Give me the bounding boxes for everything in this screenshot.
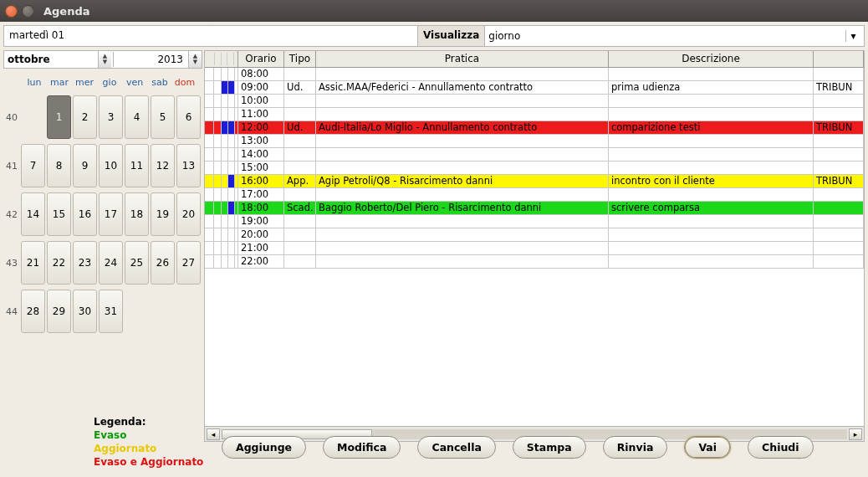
schedule-row[interactable]: 12:00Ud.Audi-Italia/Lo Miglio - Annullam… bbox=[205, 121, 864, 135]
cell-orario: 13:00 bbox=[238, 135, 284, 147]
schedule-row[interactable]: 09:00Ud.Assic.MAA/Federici - Annullament… bbox=[205, 81, 864, 95]
go-button[interactable]: Vai bbox=[684, 436, 731, 459]
cell-pratica bbox=[316, 188, 609, 201]
calendar-day[interactable]: 20 bbox=[176, 192, 201, 236]
schedule-row[interactable]: 08:00 bbox=[205, 68, 864, 81]
scroll-left-icon[interactable]: ◂ bbox=[207, 428, 220, 440]
week-number: 41 bbox=[3, 161, 20, 172]
calendar-day[interactable]: 3 bbox=[99, 95, 123, 139]
cell-orario: 20:00 bbox=[238, 228, 284, 241]
calendar-day[interactable]: 19 bbox=[151, 192, 175, 236]
cell-pratica bbox=[316, 148, 609, 161]
col-pratica[interactable]: Pratica bbox=[316, 51, 609, 67]
calendar-day[interactable]: 6 bbox=[176, 95, 201, 139]
scroll-right-icon[interactable]: ▸ bbox=[849, 428, 862, 440]
calendar-panel: ottobre ▲▼ 2013 ▲▼ lunmarmergiovensabdom… bbox=[3, 50, 202, 442]
year-field[interactable]: 2013 bbox=[113, 52, 186, 67]
add-button[interactable]: Aggiunge bbox=[222, 436, 306, 459]
calendar-day[interactable]: 25 bbox=[125, 241, 149, 285]
row-flags bbox=[205, 242, 238, 254]
calendar-day[interactable]: 16 bbox=[73, 192, 97, 236]
cell-extra bbox=[814, 162, 864, 174]
cell-pratica bbox=[316, 68, 609, 80]
close-button[interactable]: Chiudi bbox=[748, 436, 814, 459]
calendar-day[interactable]: 4 bbox=[125, 95, 149, 139]
schedule-row[interactable]: 16:00App.Agip Petroli/Q8 - Risarcimento … bbox=[205, 175, 864, 188]
schedule-row[interactable]: 14:00 bbox=[205, 148, 864, 162]
legend-evaso-aggiornato: Evaso e Aggiornato bbox=[94, 455, 203, 469]
cell-pratica bbox=[316, 108, 609, 121]
calendar-day[interactable]: 14 bbox=[21, 192, 45, 236]
calendar-day[interactable]: 10 bbox=[99, 144, 123, 187]
calendar-day[interactable]: 21 bbox=[21, 241, 45, 285]
schedule-panel: Orario Tipo Pratica Descrizione 08:0009:… bbox=[204, 50, 865, 442]
schedule-row[interactable]: 10:00 bbox=[205, 95, 864, 108]
window-close-icon[interactable] bbox=[5, 5, 18, 18]
calendar-day[interactable]: 15 bbox=[47, 192, 71, 236]
calendar-day[interactable]: 17 bbox=[99, 192, 123, 236]
calendar-day[interactable]: 2 bbox=[73, 95, 97, 139]
col-extra[interactable] bbox=[814, 51, 864, 67]
dow-label: ven bbox=[122, 77, 147, 88]
schedule-row[interactable]: 17:00 bbox=[205, 188, 864, 202]
schedule-body: 08:0009:00Ud.Assic.MAA/Federici - Annull… bbox=[205, 68, 864, 269]
cell-pratica: Agip Petroli/Q8 - Risarcimento danni bbox=[316, 175, 609, 187]
selected-date-field[interactable]: martedì 01 bbox=[4, 26, 418, 46]
calendar-day[interactable]: 13 bbox=[176, 144, 201, 187]
schedule-row[interactable]: 15:00 bbox=[205, 162, 864, 175]
cell-tipo bbox=[284, 95, 316, 107]
calendar-week-row: 4178910111213 bbox=[3, 141, 202, 190]
schedule-row[interactable]: 18:00Scad.Baggio Roberto/Del Piero - Ris… bbox=[205, 202, 864, 215]
cell-tipo bbox=[284, 148, 316, 161]
window-title: Agenda bbox=[43, 5, 90, 18]
view-select[interactable]: giorno ▾ bbox=[485, 26, 864, 46]
dow-label: sab bbox=[147, 77, 172, 88]
calendar-day[interactable]: 9 bbox=[73, 144, 97, 187]
cell-descrizione bbox=[609, 95, 814, 107]
calendar-day[interactable]: 22 bbox=[47, 241, 71, 285]
col-descrizione[interactable]: Descrizione bbox=[609, 51, 814, 67]
cell-tipo: App. bbox=[284, 175, 316, 187]
schedule-row[interactable]: 13:00 bbox=[205, 135, 864, 148]
schedule-row[interactable]: 21:00 bbox=[205, 242, 864, 255]
cell-orario: 11:00 bbox=[238, 108, 284, 121]
calendar-day[interactable]: 11 bbox=[125, 144, 149, 187]
calendar-day[interactable]: 28 bbox=[21, 290, 45, 333]
row-flags bbox=[205, 255, 238, 268]
calendar-day[interactable]: 24 bbox=[99, 241, 123, 285]
calendar-day[interactable]: 29 bbox=[47, 290, 71, 333]
calendar-day[interactable]: 8 bbox=[47, 144, 71, 187]
cell-extra: TRIBUN bbox=[814, 121, 864, 134]
calendar-day[interactable]: 18 bbox=[125, 192, 149, 236]
schedule-row[interactable]: 19:00 bbox=[205, 215, 864, 228]
calendar-day[interactable]: 1 bbox=[47, 95, 71, 139]
calendar-day[interactable]: 31 bbox=[99, 290, 123, 333]
row-flags bbox=[205, 135, 238, 147]
delete-button[interactable]: Cancella bbox=[417, 436, 495, 459]
calendar-week-row: 40123456 bbox=[3, 93, 202, 141]
col-orario[interactable]: Orario bbox=[238, 51, 284, 67]
print-button[interactable]: Stampa bbox=[513, 436, 586, 459]
row-flags bbox=[205, 68, 238, 80]
postpone-button[interactable]: Rinvia bbox=[603, 436, 668, 459]
calendar-day[interactable]: 7 bbox=[21, 144, 45, 187]
window-minimize-icon[interactable] bbox=[22, 5, 34, 18]
year-spinner[interactable]: ▲▼ bbox=[188, 51, 202, 68]
calendar-day[interactable]: 26 bbox=[151, 241, 175, 285]
cell-tipo bbox=[284, 215, 316, 228]
schedule-row[interactable]: 11:00 bbox=[205, 108, 864, 121]
month-name[interactable]: ottobre bbox=[4, 52, 96, 67]
calendar-day[interactable]: 30 bbox=[73, 290, 97, 333]
schedule-row[interactable]: 22:00 bbox=[205, 255, 864, 269]
row-flags bbox=[205, 175, 238, 187]
month-spinner[interactable]: ▲▼ bbox=[98, 51, 111, 68]
modify-button[interactable]: Modifica bbox=[323, 436, 401, 459]
schedule-row[interactable]: 20:00 bbox=[205, 228, 864, 242]
row-flags bbox=[205, 215, 238, 228]
col-tipo[interactable]: Tipo bbox=[284, 51, 316, 67]
calendar-day[interactable]: 12 bbox=[151, 144, 175, 187]
cell-descrizione bbox=[609, 188, 814, 201]
calendar-day[interactable]: 27 bbox=[176, 241, 201, 285]
calendar-day[interactable]: 5 bbox=[151, 95, 175, 139]
calendar-day[interactable]: 23 bbox=[73, 241, 97, 285]
